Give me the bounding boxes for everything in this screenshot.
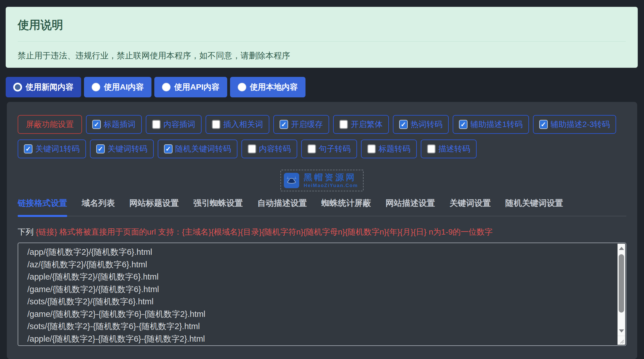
format-note-prefix: 下列 [18,227,36,236]
settings-panel: 屏蔽功能设置 ✓ 标题插词 内容插词 插入相关词 ✓ 开启缓存 [7,102,637,359]
content-source-radio-button[interactable]: 使用新闻内容 [6,77,81,97]
content-source-label: 使用新闻内容 [26,82,73,93]
feature-toggle-checkbox[interactable]: ✓ 关键词转码 [90,140,154,158]
checkbox-icon [427,144,436,153]
checkbox-icon: ✓ [96,144,105,153]
feature-toggle-checkbox[interactable]: ✓ 辅助描述2-3转码 [533,115,616,134]
scrollbar-down-button[interactable] [618,326,625,336]
link-format-line: /game/{随机数字2}/{随机数字6}.html [27,283,609,296]
content-source-label: 使用API内容 [174,82,220,93]
tab-label: 关键词设置 [450,198,491,208]
feature-toggle-label: 随机关键词转码 [175,143,231,154]
feature-toggle-row-2: ✓ 关键词1转码 ✓ 关键词转码 ✓ 随机关键词转码 内容转码 句子转码 [18,140,626,158]
settings-tab[interactable]: 随机关键词设置 [505,198,563,209]
feature-toggle-label: 标题插词 [104,119,136,130]
checkbox-icon: ✓ [539,120,548,129]
checkbox-icon: ✓ [280,120,288,129]
content-source-label: 使用AI内容 [104,82,144,93]
usage-notice-body: 禁止用于违法、违规行业，禁止联网使用本程序，如不同意，请删除本程序 [6,42,638,61]
feature-toggle-checkbox[interactable]: 开启繁体 [333,115,389,134]
arrow-down-icon [619,329,624,333]
tab-label: 随机关键词设置 [505,198,563,208]
resize-grip[interactable] [618,336,625,345]
settings-tab-bar: 链接格式设置 域名列表 网站标题设置 强引蜘蛛设置 自动描述设置 蜘蛛统计屏蔽 [18,198,626,216]
feature-toggle-checkbox[interactable]: 内容转码 [241,140,297,158]
settings-tab[interactable]: 网站描述设置 [385,198,435,209]
link-format-line: /apple/{随机数字2}/{随机数字6}.html [27,271,609,283]
usage-notice-card: 使用说明 禁止用于违法、违规行业，禁止联网使用本程序，如不同意，请删除本程序 [6,7,638,68]
checkbox-icon: ✓ [399,120,408,129]
feature-toggle-checkbox[interactable]: 内容插词 [146,115,202,134]
feature-toggle-label: 内容插词 [163,119,195,130]
arrow-up-icon [619,247,624,250]
link-format-line: /app/{随机数字2}-{随机数字6}-{随机数字2}.html [27,345,609,346]
link-format-line: /app/{随机数字2}/{随机数字6}.html [27,246,609,259]
link-format-line: /game/{随机数字2}-{随机数字6}-{随机数字2}.html [27,308,609,321]
radio-icon [162,83,171,91]
content-source-label: 使用本地内容 [250,82,298,93]
feature-toggle-label: 插入相关词 [223,119,263,130]
feature-toggle-checkbox[interactable]: 句子转码 [301,140,357,158]
scrollbar-up-button[interactable] [618,244,625,253]
feature-toggle-checkbox[interactable]: 描述转码 [421,140,477,158]
settings-tab[interactable]: 强引蜘蛛设置 [193,198,243,209]
tab-label: 链接格式设置 [18,198,67,208]
hat-logo-icon [284,173,299,188]
feature-toggle-label: 描述转码 [438,143,470,154]
format-note-highlight: {链接} 格式将被直接用于页面的url 支持：{主域名}{根域名}{目录}{随机… [36,227,493,236]
checkbox-icon: ✓ [92,120,101,129]
tab-label: 网站描述设置 [385,198,435,208]
settings-tab[interactable]: 域名列表 [82,198,115,209]
feature-toggle-checkbox[interactable]: ✓ 开启缓存 [273,115,329,134]
link-formats-textarea[interactable]: /app/{随机数字2}/{随机数字6}.html /az/{随机数字2}/{随… [18,243,626,346]
feature-toggle-checkbox[interactable]: ✓ 关键词1转码 [18,140,86,158]
feature-toggle-label: 开启缓存 [291,119,323,130]
feature-toggle-label: 热词转码 [411,119,442,130]
checkbox-icon: ✓ [164,144,173,153]
feature-toggle-checkbox[interactable]: ✓ 辅助描述1转码 [453,115,529,134]
checkbox-icon [307,144,316,153]
tab-label: 强引蜘蛛设置 [193,198,243,208]
feature-toggle-label: 内容转码 [259,143,291,154]
settings-tab[interactable]: 关键词设置 [450,198,491,209]
tab-label: 网站标题设置 [129,198,179,208]
link-format-line: /az/{随机数字2}/{随机数字6}.html [27,259,609,271]
feature-toggle-label: 辅助描述1转码 [470,119,523,130]
content-source-radio-button[interactable]: 使用AI内容 [84,77,151,97]
checkbox-icon [248,144,256,153]
tab-label: 蜘蛛统计屏蔽 [321,198,371,208]
editor-scrollbar[interactable] [618,244,625,345]
content-source-radio-button[interactable]: 使用API内容 [154,77,227,97]
checkbox-icon: ✓ [459,120,467,129]
block-settings-button[interactable]: 屏蔽功能设置 [18,115,82,134]
feature-toggle-label: 辅助描述2-3转码 [551,119,610,130]
usage-notice-title: 使用说明 [6,7,638,33]
checkbox-icon [339,120,348,129]
radio-icon [92,83,100,91]
settings-tab[interactable]: 自动描述设置 [257,198,307,209]
checkbox-icon: ✓ [24,144,32,153]
content-source-radio-button[interactable]: 使用本地内容 [230,77,305,97]
radio-icon [13,83,22,91]
feature-toggle-checkbox[interactable]: 插入相关词 [206,115,269,134]
tab-label: 域名列表 [82,198,115,208]
feature-toggle-checkbox[interactable]: ✓ 热词转码 [393,115,449,134]
radio-icon [238,83,246,91]
content-source-group: 使用新闻内容 使用AI内容 使用API内容 使用本地内容 [6,77,638,97]
scrollbar-thumb[interactable] [619,254,624,313]
feature-toggle-checkbox[interactable]: ✓ 标题插词 [86,115,142,134]
settings-tab[interactable]: 网站标题设置 [129,198,179,209]
link-format-line: /apple/{随机数字2}-{随机数字6}-{随机数字2}.html [27,333,609,345]
format-note: 下列 {链接} 格式将被直接用于页面的url 支持：{主域名}{根域名}{目录}… [18,227,626,237]
feature-toggle-checkbox[interactable]: 标题转码 [361,140,417,158]
feature-toggle-label: 标题转码 [379,143,411,154]
settings-tab[interactable]: 蜘蛛统计屏蔽 [321,198,371,209]
settings-tab[interactable]: 链接格式设置 [18,198,67,209]
feature-toggle-label: 关键词1转码 [35,143,80,154]
feature-toggle-row-1: 屏蔽功能设置 ✓ 标题插词 内容插词 插入相关词 ✓ 开启缓存 [18,115,626,134]
block-settings-label: 屏蔽功能设置 [26,119,74,130]
feature-toggle-checkbox[interactable]: ✓ 随机关键词转码 [158,140,237,158]
scrollbar-track[interactable] [618,253,625,326]
feature-toggle-label: 关键词转码 [108,143,147,154]
watermark-subtitle: HeiMaoZiYuan.Com [304,183,358,188]
